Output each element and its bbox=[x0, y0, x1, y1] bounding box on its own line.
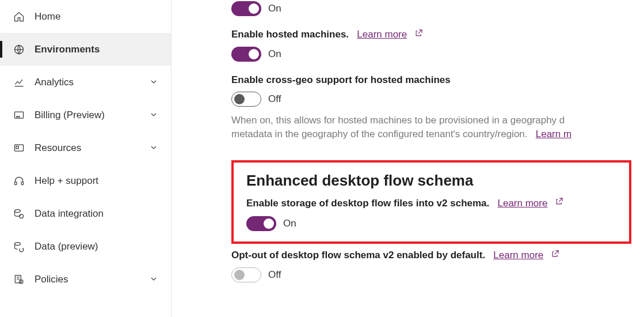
label-text: Enable storage of desktop flow files int… bbox=[246, 198, 489, 209]
toggle-state: Off bbox=[268, 93, 281, 105]
toggle-state: On bbox=[283, 218, 296, 229]
sidebar-item-environments[interactable]: Environments bbox=[0, 33, 171, 66]
resources-icon bbox=[13, 142, 25, 154]
desc-line: When on, this allows for hosted machines… bbox=[231, 115, 565, 126]
learn-more-link[interactable]: Learn more bbox=[357, 29, 407, 40]
svg-point-3 bbox=[18, 116, 20, 117]
policies-icon bbox=[13, 273, 25, 286]
nav-label: Billing (Preview) bbox=[35, 110, 149, 121]
learn-more-link[interactable]: Learn more bbox=[497, 198, 547, 209]
sidebar-item-home[interactable]: Home bbox=[0, 0, 171, 33]
sidebar-item-help[interactable]: Help + support bbox=[0, 164, 171, 197]
svg-point-9 bbox=[20, 214, 24, 218]
nav-label: Home bbox=[35, 11, 159, 22]
toggle-state: Off bbox=[268, 269, 281, 281]
setting-optout: Opt-out of desktop flow schema v2 enable… bbox=[231, 250, 644, 282]
sidebar-item-data-preview[interactable]: Data (preview) bbox=[0, 230, 171, 263]
setting-toggle-row: On bbox=[231, 47, 644, 62]
svg-point-10 bbox=[15, 242, 21, 245]
learn-more-link[interactable]: Learn more bbox=[493, 250, 543, 261]
sidebar-item-data-integration[interactable]: Data integration bbox=[0, 197, 171, 230]
svg-point-2 bbox=[17, 116, 18, 117]
setting-label: Opt-out of desktop flow schema v2 enable… bbox=[231, 250, 644, 262]
home-icon bbox=[13, 10, 25, 23]
nav-label: Help + support bbox=[35, 175, 159, 187]
billing-icon bbox=[13, 109, 25, 122]
setting-toggle-row: Off bbox=[231, 267, 644, 282]
sidebar-item-billing[interactable]: Billing (Preview) bbox=[0, 99, 171, 131]
nav-label: Data integration bbox=[35, 208, 159, 220]
svg-rect-5 bbox=[16, 146, 18, 148]
chevron-down-icon bbox=[149, 77, 159, 88]
sidebar: Home Environments Analytics bbox=[0, 0, 172, 317]
globe-icon bbox=[13, 43, 25, 56]
toggle-optout[interactable] bbox=[231, 267, 261, 282]
chevron-down-icon bbox=[149, 143, 159, 153]
sidebar-item-policies[interactable]: Policies bbox=[0, 263, 171, 296]
nav-label: Policies bbox=[35, 274, 149, 285]
headset-icon bbox=[13, 175, 25, 187]
label-text: Opt-out of desktop flow schema v2 enable… bbox=[231, 250, 485, 261]
external-link-icon bbox=[551, 250, 559, 261]
main-content: On Enable hosted machines. Learn more On… bbox=[172, 0, 644, 317]
svg-rect-6 bbox=[15, 182, 17, 184]
highlighted-section: Enhanced desktop flow schema Enable stor… bbox=[231, 160, 631, 244]
setting-description: When on, this allows for hosted machines… bbox=[231, 114, 644, 142]
svg-rect-7 bbox=[21, 182, 23, 184]
learn-more-link[interactable]: Learn m bbox=[536, 129, 571, 139]
nav-label: Analytics bbox=[35, 77, 149, 88]
setting-label: Enable cross-geo support for hosted mach… bbox=[231, 74, 644, 86]
sidebar-item-analytics[interactable]: Analytics bbox=[0, 66, 171, 99]
label-text: Enable hosted machines. bbox=[231, 29, 349, 40]
setting-toggle-row: Off bbox=[231, 92, 644, 107]
nav-label: Data (preview) bbox=[35, 241, 159, 252]
nav-label: Environments bbox=[35, 44, 159, 55]
setting-hosted-machines: Enable hosted machines. Learn more On bbox=[231, 29, 644, 62]
toggle-cross-geo[interactable] bbox=[231, 92, 261, 107]
data-sync-icon bbox=[13, 240, 25, 253]
toggle-state: On bbox=[268, 48, 281, 60]
setting-cross-geo: Enable cross-geo support for hosted mach… bbox=[231, 74, 644, 142]
external-link-icon bbox=[555, 197, 563, 209]
toggle-hosted-machines[interactable] bbox=[231, 47, 261, 62]
toggle-generic[interactable] bbox=[231, 1, 261, 16]
sidebar-item-resources[interactable]: Resources bbox=[0, 131, 171, 164]
setting-toggle-row: On bbox=[246, 216, 616, 231]
nav-label: Resources bbox=[35, 142, 149, 154]
chevron-down-icon bbox=[149, 274, 159, 285]
analytics-icon bbox=[13, 76, 25, 89]
external-link-icon bbox=[414, 29, 423, 40]
chevron-down-icon bbox=[149, 110, 159, 120]
database-icon bbox=[13, 207, 25, 220]
svg-point-8 bbox=[15, 209, 21, 212]
setting-label: Enable hosted machines. Learn more bbox=[231, 29, 644, 41]
toggle-v2-schema[interactable] bbox=[246, 216, 276, 231]
setting-label: Enable storage of desktop flow files int… bbox=[246, 198, 616, 210]
section-title: Enhanced desktop flow schema bbox=[246, 172, 616, 190]
setting-toggle-row: On bbox=[231, 1, 644, 16]
toggle-state: On bbox=[268, 3, 281, 14]
desc-line: metadata in the geography of the configu… bbox=[231, 129, 528, 139]
